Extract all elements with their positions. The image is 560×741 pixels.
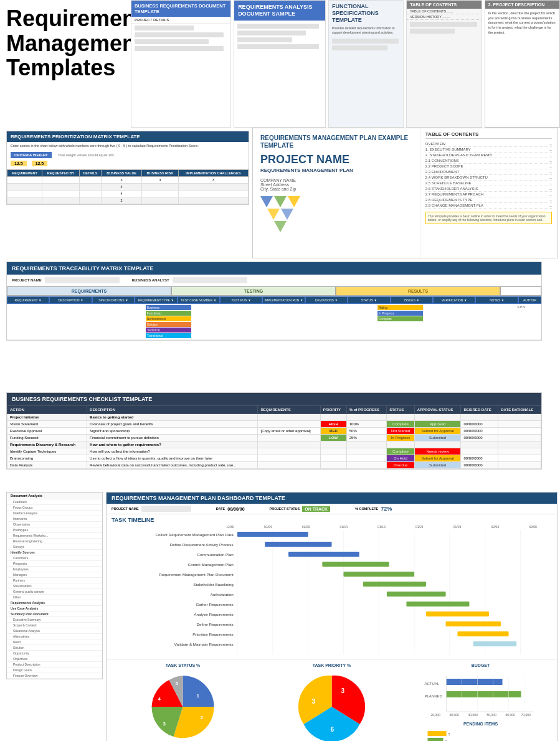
fst-card[interactable]: FUNCTIONAL SPECIFICATIONS TEMPLATE Provi… xyxy=(328,0,404,128)
type-solution: Solution xyxy=(146,322,192,327)
desc-card[interactable]: 2. PROJECT DESCRIPTION In the section, d… xyxy=(485,0,560,128)
rmp-sub: REQUIREMENTS MANAGEMENT PLAN xyxy=(260,168,412,173)
td-desc: Financial commitment to pursue definitio… xyxy=(87,435,258,441)
td-progress: 100% xyxy=(346,421,386,428)
th-test-run: TEST RUN ▼ xyxy=(220,296,262,304)
top-cards-area: BUSINESS REQUIREMENTS DOCUMENT TEMPLATE … xyxy=(131,0,560,128)
sidebar-customers: Customers xyxy=(7,555,102,561)
td-status: Complete xyxy=(387,448,415,455)
td-empty7 xyxy=(330,304,376,339)
sidebar-surveys: Surveys xyxy=(7,544,102,550)
svg-text:40,000: 40,000 xyxy=(468,713,478,717)
triangles-svg xyxy=(260,196,316,234)
gantt-bar-6 xyxy=(363,582,426,587)
sidebar-employees: Employees xyxy=(7,567,102,572)
svg-text:20,000: 20,000 xyxy=(431,713,441,717)
rad-card[interactable]: REQUIREMENTS ANALYSIS DOCUMENT SAMPLE xyxy=(234,0,326,128)
score2: 12.5 xyxy=(32,161,48,166)
brd-project-details: PROJECT DETAILS xyxy=(131,17,230,24)
sidebar-feature-overview: Feature Overview xyxy=(7,673,102,679)
toc-stakeholder-analysis: 2.6 STAKEHOLDER ANALYSIS... xyxy=(425,186,552,192)
checklist-row: Executive Approval Signoff and sponsorsh… xyxy=(7,428,541,435)
fst-line1 xyxy=(332,39,399,44)
td-date: 00/00/0000 xyxy=(461,435,498,441)
sidebar-need: Need xyxy=(7,640,102,645)
td-priority: HIGH xyxy=(320,421,346,428)
toc-scope: 2.2 PROJECT SCOPE... xyxy=(425,164,552,169)
sidebar-prototypes: Prototypes xyxy=(7,527,102,533)
svg-text:1: 1 xyxy=(197,693,200,699)
sidebar-opportunity: Opportunity xyxy=(7,651,102,656)
checklist-row: Brainstorming Use to collect a flow of i… xyxy=(7,455,541,462)
svg-text:Define Requirements: Define Requirements xyxy=(196,623,233,626)
sidebar-managers: Managers xyxy=(7,572,102,578)
budget-svg: 20,000 30,000 40,000 50,000 60,000 70,00… xyxy=(409,669,552,719)
td-status: Not Started xyxy=(387,428,415,435)
td-empty6 xyxy=(284,304,330,339)
dash-project-row: PROJECT NAME DATE 00/00/00 PROJECT STATU… xyxy=(107,504,557,514)
th-notes: NOTES ▼ xyxy=(475,296,518,304)
col-business-risk: BUSINESS RISK xyxy=(141,169,178,176)
sidebar-other: Other xyxy=(7,595,102,600)
gantt-svg: Collect Requirement Management Plan Data… xyxy=(112,530,552,654)
sidebar-design-goals: Design Goals xyxy=(7,668,102,673)
td-action: Executive Approval xyxy=(7,428,87,435)
checklist-row: Data Analysis Review behavioral data on … xyxy=(7,462,541,469)
toc-card[interactable]: TABLE OF CONTENTS TABLE OF CONTENTS ....… xyxy=(406,0,482,128)
toc-overview: OVERVIEW... xyxy=(425,141,552,147)
td-desc: Overview of project goals and benefits xyxy=(87,421,258,428)
td-approval: Submit for Approval xyxy=(414,428,461,435)
td-empty5 xyxy=(239,304,285,339)
trace-group-headers: REQUIREMENTS TESTING RESULTS xyxy=(7,286,541,296)
svg-text:70,000: 70,000 xyxy=(521,713,531,717)
rmp-note: This template provides a basic outline i… xyxy=(425,212,552,224)
desc-text: In the section, describe the project for… xyxy=(485,9,559,37)
svg-text:Analyze Requirements: Analyze Requirements xyxy=(194,613,234,616)
svg-text:60,000: 60,000 xyxy=(506,713,516,717)
traceability-section: REQUIREMENTS TRACEABILITY MATRIX TEMPLAT… xyxy=(6,262,542,341)
sidebar-solution: Solution xyxy=(7,645,102,651)
svg-text:Prioritize Requirements: Prioritize Requirements xyxy=(192,633,234,636)
td-empty3 xyxy=(98,304,145,339)
svg-text:3: 3 xyxy=(163,721,166,727)
section-project-initiation: Project Initiation Basics to getting sta… xyxy=(7,414,541,421)
toc-exec: 1. EXECUTIVE SUMMARY... xyxy=(425,147,552,153)
gantt-bar-8 xyxy=(406,602,469,606)
svg-text:Define Requirement Activity Pr: Define Requirement Activity Process xyxy=(170,544,234,547)
td-action: Brainstorming xyxy=(7,455,87,462)
fst-text: Provides detailed requirements informati… xyxy=(329,24,403,37)
task-status-svg: 1 2 3 4 5 xyxy=(112,669,254,741)
rmp-right: TABLE OF CONTENTS OVERVIEW... 1. EXECUTI… xyxy=(420,128,557,258)
th-status: STATUS ▼ xyxy=(348,296,390,304)
td-section-label: Project Initiation xyxy=(7,414,87,421)
fst-line2 xyxy=(332,45,388,50)
brd-card[interactable]: BUSINESS REQUIREMENTS DOCUMENT TEMPLATE … xyxy=(131,0,231,128)
sidebar-feedback: Feedback xyxy=(7,499,102,505)
brd-line2 xyxy=(135,32,224,37)
task-priority-title: TASK PRIORITY % xyxy=(260,663,403,668)
results-group: RESULTS xyxy=(336,286,500,296)
td-empty4 xyxy=(192,304,239,339)
type-technical: Technical xyxy=(146,328,192,333)
budget-chart: BUDGET 20,000 30,000 40,000 50,000 60,00… xyxy=(409,663,552,741)
td-status: In Progress xyxy=(387,435,415,441)
sidebar-req-workshops: Requirements Worksho... xyxy=(7,533,102,539)
td-rationale xyxy=(498,435,541,441)
sidebar-alternatives: Alternatives xyxy=(7,634,102,640)
toc-line4 xyxy=(410,29,455,34)
td-status: Complete xyxy=(387,421,415,428)
svg-marker-4 xyxy=(281,209,293,220)
svg-text:Requirement Management Plan Do: Requirement Management Plan Document xyxy=(159,573,234,577)
td-approval: Submitted xyxy=(414,435,461,441)
th-issues: ISSUES ▼ xyxy=(391,296,433,304)
sidebar-scope: Scope & Context xyxy=(7,623,102,628)
matrix-row: 2 xyxy=(7,197,249,204)
gantt-bar-10 xyxy=(446,621,501,626)
trace-project-val xyxy=(45,277,120,283)
th-status: STATUS xyxy=(387,406,415,414)
sidebar-observation: Observation xyxy=(7,522,102,527)
svg-marker-2 xyxy=(288,196,300,207)
td-approval: Needs review xyxy=(414,448,461,455)
td-req xyxy=(258,435,320,441)
svg-text:4: 4 xyxy=(158,696,161,702)
